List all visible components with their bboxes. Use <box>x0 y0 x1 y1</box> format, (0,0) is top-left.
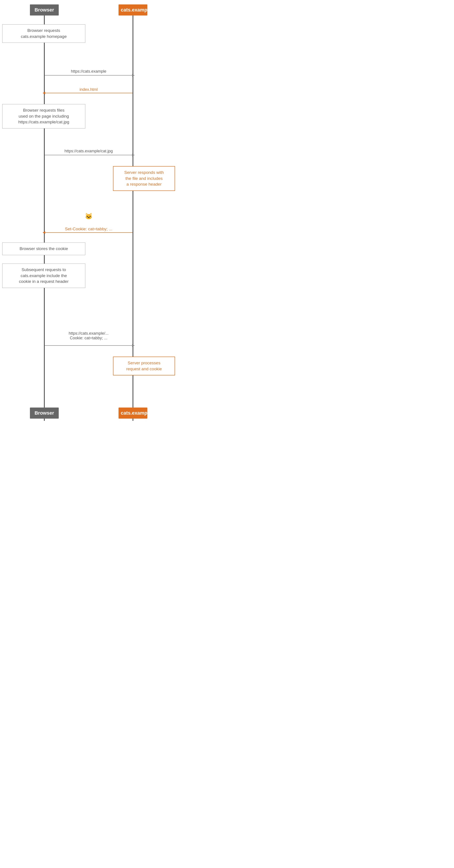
browser-requests-files-box: Browser requests files used on the page … <box>2 104 85 128</box>
svg-marker-12 <box>42 231 45 234</box>
req3-line1: https://cats.example/... <box>0 331 177 336</box>
server-actor-top: cats.example <box>119 4 147 16</box>
server-label-bottom: cats.example <box>121 410 151 416</box>
svg-text:https://cats.example: https://cats.example <box>71 69 107 73</box>
svg-marker-3 <box>132 74 135 76</box>
set-cookie-area: 🐱 Set-Cookie: cat=tabby; ... <box>0 213 177 225</box>
set-cookie-label: Set-Cookie: cat=tabby; ... <box>0 226 177 231</box>
cat-emoji: 🐱 <box>0 213 177 220</box>
svg-text:https://cats.example/cat.jpg: https://cats.example/cat.jpg <box>64 149 113 153</box>
svg-marker-6 <box>42 92 45 94</box>
server-processes-box: Server processes request and cookie <box>113 356 175 375</box>
server-responds-text: Server responds with the file and includ… <box>124 170 164 186</box>
subsequent-arrow-labels: https://cats.example/... Cookie: cat=tab… <box>0 331 177 340</box>
subsequent-requests-box: Subsequent requests to cats.example incl… <box>2 264 85 288</box>
browser-stores-cookie-text: Browser stores the cookie <box>20 246 68 251</box>
browser-stores-cookie-box: Browser stores the cookie <box>2 243 85 255</box>
svg-marker-9 <box>132 154 135 156</box>
server-processes-text: Server processes request and cookie <box>126 361 162 371</box>
browser-requests-files-text: Browser requests files used on the page … <box>18 108 69 124</box>
browser-actor-top: Browser <box>30 4 59 16</box>
subsequent-requests-text: Subsequent requests to cats.example incl… <box>19 267 69 284</box>
browser-actor-bottom: Browser <box>30 407 59 418</box>
browser-requests-homepage-box: Browser requests cats.example homepage <box>2 24 85 43</box>
server-responds-box: Server responds with the file and includ… <box>113 166 175 191</box>
browser-requests-homepage-text: Browser requests cats.example homepage <box>21 28 67 39</box>
browser-label-bottom: Browser <box>35 410 54 416</box>
svg-marker-14 <box>132 344 135 347</box>
server-label-top: cats.example <box>121 7 151 12</box>
server-actor-bottom: cats.example <box>119 407 147 418</box>
svg-text:index.html: index.html <box>80 87 98 92</box>
browser-label-top: Browser <box>35 7 54 12</box>
req3-line2: Cookie: cat=tabby; ... <box>0 336 177 340</box>
